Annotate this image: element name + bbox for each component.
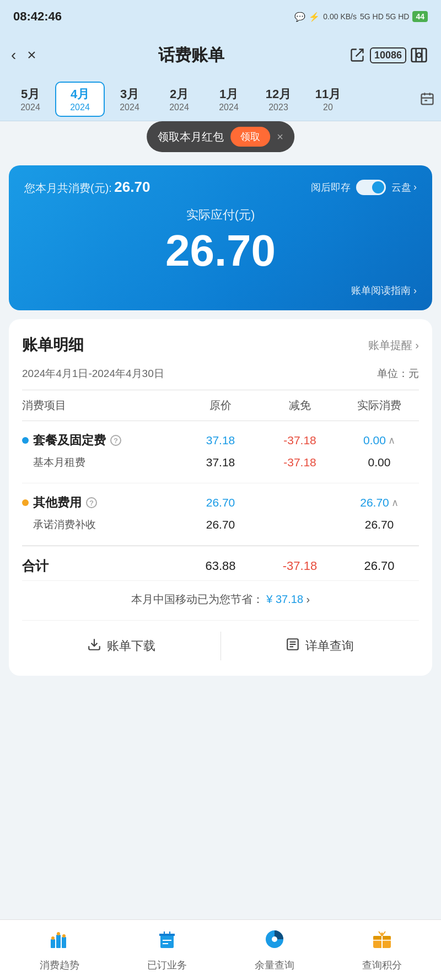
promise-fee-actual: 26.70	[340, 518, 419, 531]
tab-feb-2024[interactable]: 2月 2024	[154, 82, 204, 117]
package-actual: 0.00 ∧	[340, 434, 419, 447]
page-title: 话费账单	[36, 44, 346, 67]
battery-indicator: 44	[412, 11, 428, 22]
package-main-row[interactable]: 套餐及固定费 ? 37.18 -37.18 0.00 ∧	[22, 430, 419, 451]
nav-trend[interactable]: 消费趋势	[6, 920, 113, 980]
total-row: 合计 63.88 -37.18 26.70	[22, 546, 419, 580]
other-info-icon[interactable]: ?	[86, 497, 97, 508]
service-icon	[156, 928, 178, 955]
main-billing-card: 您本月共消费(元): 26.70 阅后即存 云盘 › 实际应付(元) 26.70…	[9, 165, 432, 310]
tab-may-2024[interactable]: 5月 2024	[6, 82, 55, 117]
wechat-icon: 💬	[294, 12, 305, 22]
save-label: 阅后即存	[311, 181, 351, 194]
red-packet-text: 领取本月红包	[158, 130, 224, 144]
package-name: 套餐及固定费 ?	[22, 432, 181, 449]
other-actual: 26.70 ∧	[340, 496, 419, 509]
actual-amount: 26.70	[24, 229, 417, 273]
unit-text: 单位：元	[377, 367, 419, 381]
bill-reminder-link[interactable]: 账单提醒 ›	[368, 338, 419, 353]
guide-link[interactable]: 账单阅读指南 ›	[24, 284, 417, 297]
nav-data[interactable]: 余量查询	[220, 920, 328, 980]
other-sub-row: 承诺消费补收 26.70 26.70	[22, 513, 419, 536]
action-buttons: 账单下载 详单查询	[22, 620, 419, 660]
other-main-row[interactable]: 其他费用 ? 26.70 26.70 ∧	[22, 492, 419, 513]
package-expand-icon: ∧	[388, 434, 395, 446]
nav-right: 10086	[346, 44, 430, 66]
bill-detail-title: 账单明细	[22, 335, 84, 356]
package-info-icon[interactable]: ?	[110, 435, 121, 446]
phone-button[interactable]: 10086	[377, 44, 399, 66]
speed-text: 0.00 KB/s	[323, 12, 357, 21]
nav-service[interactable]: 已订业务	[113, 920, 220, 980]
bottom-navigation: 消费趋势 已订业务 余量查询	[0, 919, 441, 980]
package-original-price: 37.18	[181, 434, 260, 447]
tab-march-2024[interactable]: 3月 2024	[105, 82, 154, 117]
svg-point-26	[272, 936, 277, 942]
alipay-icon: ⚡	[309, 12, 320, 22]
filter-button[interactable]	[413, 85, 441, 113]
cloud-label: 云盘	[391, 181, 411, 194]
monthly-label: 您本月共消费(元):	[24, 182, 112, 194]
network-icon: 5G HD 5G HD	[360, 12, 409, 21]
status-time: 08:42:46	[13, 9, 62, 24]
actual-label: 实际应付(元)	[24, 207, 417, 223]
trend-label: 消费趋势	[40, 959, 79, 972]
close-button[interactable]: ×	[27, 46, 36, 64]
svg-rect-16	[56, 935, 61, 948]
date-range-row: 2024年4月1日-2024年4月30日 单位：元	[22, 367, 419, 381]
monthly-amount: 26.70	[114, 179, 150, 195]
tab-nov-2023[interactable]: 11月 20	[303, 82, 353, 117]
red-packet-close-icon[interactable]: ×	[277, 131, 283, 143]
total-original: 63.88	[181, 559, 260, 573]
trend-icon	[49, 928, 71, 955]
svg-rect-5	[422, 94, 433, 104]
cloud-arrow-icon: ›	[413, 181, 417, 193]
nav-points[interactable]: 查询积分	[328, 920, 435, 980]
back-button[interactable]: ‹	[11, 46, 16, 64]
other-expand-icon: ∧	[391, 497, 399, 509]
red-packet-banner: 领取本月红包 领取 ×	[147, 121, 294, 152]
cloud-button[interactable]: 云盘 ›	[391, 181, 417, 194]
col-original: 原价	[181, 398, 260, 413]
savings-suffix: ›	[306, 593, 310, 605]
service-label: 已订业务	[147, 959, 187, 972]
save-toggle[interactable]	[356, 180, 386, 195]
nav-left: ‹ ×	[11, 46, 36, 64]
detail-label: 详单查询	[305, 638, 354, 654]
share-button[interactable]	[346, 44, 368, 66]
bill-detail-header: 账单明细 账单提醒 ›	[22, 335, 419, 356]
package-row-group: 套餐及固定费 ? 37.18 -37.18 0.00 ∧ 基本月租费 37.18…	[22, 421, 419, 483]
red-packet-claim-button[interactable]: 领取	[230, 127, 270, 147]
phone-label: 10086	[370, 47, 406, 63]
tab-april-2024[interactable]: 4月 2024	[55, 82, 105, 117]
detail-icon	[286, 637, 300, 655]
download-button[interactable]: 账单下载	[22, 632, 221, 660]
download-label: 账单下载	[107, 638, 155, 654]
tab-jan-2024[interactable]: 1月 2024	[204, 82, 254, 117]
total-label: 合计	[22, 557, 181, 575]
help-button[interactable]	[408, 44, 430, 66]
promise-fee-label: 承诺消费补收	[22, 518, 181, 532]
points-icon	[371, 928, 393, 955]
bill-detail-section: 账单明细 账单提醒 › 2024年4月1日-2024年4月30日 单位：元 消费…	[9, 319, 432, 676]
svg-line-0	[356, 50, 363, 57]
basic-fee-original: 37.18	[181, 456, 260, 469]
package-label: 套餐及固定费	[33, 432, 106, 449]
basic-fee-discount: -37.18	[260, 456, 340, 469]
card-controls: 阅后即存 云盘 ›	[311, 180, 417, 195]
promise-fee-original: 26.70	[181, 518, 260, 531]
card-top-row: 您本月共消费(元): 26.70 阅后即存 云盘 ›	[24, 179, 417, 196]
navigation-bar: ‹ × 话费账单 10086	[0, 33, 441, 77]
savings-row[interactable]: 本月中国移动已为您节省： ¥ 37.18 ›	[22, 580, 419, 618]
package-sub-row: 基本月租费 37.18 -37.18 0.00	[22, 451, 419, 474]
svg-rect-1	[412, 49, 427, 62]
detail-query-button[interactable]: 详单查询	[221, 632, 420, 660]
other-bullet	[22, 499, 29, 506]
total-actual: 26.70	[340, 559, 419, 573]
tab-dec-2023[interactable]: 12月 2023	[254, 82, 303, 117]
status-bar: 08:42:46 💬 ⚡ 0.00 KB/s 5G HD 5G HD 44	[0, 0, 441, 33]
svg-point-19	[57, 932, 60, 935]
col-item: 消费项目	[22, 398, 181, 413]
svg-rect-17	[62, 937, 66, 948]
total-discount: -37.18	[260, 559, 340, 573]
